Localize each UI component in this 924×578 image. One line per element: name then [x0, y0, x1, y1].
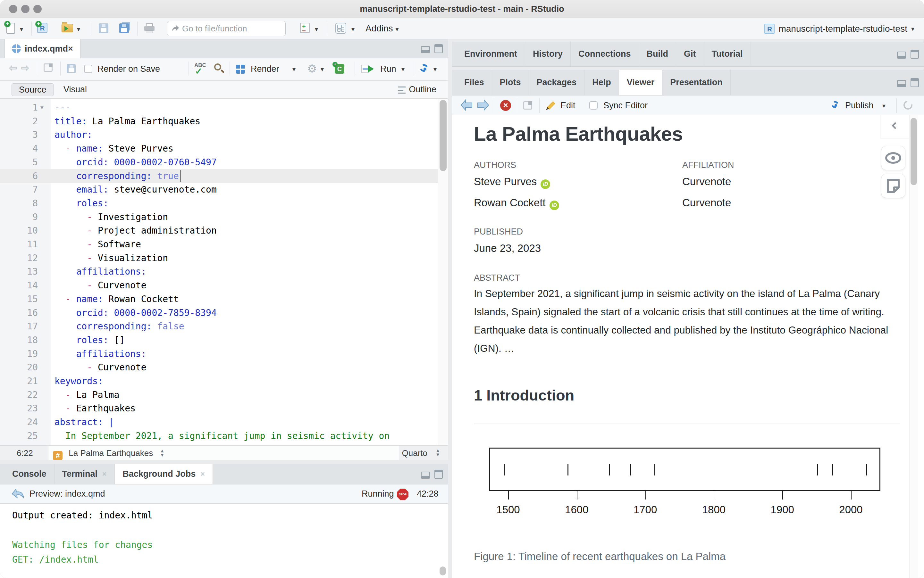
tab-console[interactable]: Console [5, 464, 55, 484]
viewer-popout-icon[interactable] [523, 101, 532, 111]
title-bar[interactable]: manuscript-template-rstudio-test - main … [0, 0, 924, 18]
tab-tutorial[interactable]: Tutorial [704, 42, 751, 66]
open-file-dropdown[interactable]: ▾ [77, 25, 80, 33]
tab-viewer[interactable]: Viewer [619, 70, 663, 95]
code-line[interactable]: 11 - Software [0, 237, 438, 251]
code-line[interactable]: 23 - Earthquakes [0, 401, 438, 415]
edit-button[interactable]: Edit [560, 101, 576, 110]
open-file-button[interactable] [62, 22, 73, 32]
minimize-pane-icon[interactable] [897, 80, 906, 87]
code-line[interactable]: 7 email: steve@curvenote.com [0, 183, 438, 196]
save-source-button[interactable] [67, 64, 76, 73]
insert-chunk-icon[interactable]: C+ [335, 64, 344, 74]
viewer-scrollbar-thumb[interactable] [911, 118, 917, 185]
tab-background-jobs[interactable]: Background Jobs× [115, 464, 213, 484]
orcid-icon[interactable]: iD [540, 179, 550, 189]
run-dropdown[interactable]: ▾ [402, 65, 405, 73]
rerun-icon[interactable] [420, 63, 430, 74]
cursor-position[interactable]: 6:22 [17, 446, 33, 460]
goto-file-input[interactable]: Go to file/function [167, 21, 286, 36]
tab-presentation[interactable]: Presentation [662, 70, 731, 95]
code-line[interactable]: 21keywords: [0, 374, 438, 388]
run-button[interactable]: Run [380, 64, 396, 74]
project-menu[interactable]: R manuscript-template-rstudio-test ▾ [765, 21, 914, 36]
code-line[interactable]: 25 In September 2021, a significant jump… [0, 429, 438, 443]
save-button[interactable] [99, 23, 108, 33]
viewer-content[interactable]: La Palma Earthquakes AUTHORS AFFILIATION… [452, 115, 924, 578]
code-line[interactable]: 5 orcid: 0000-0002-0760-5497 [0, 155, 438, 169]
forward-icon[interactable]: ⇨ [21, 62, 29, 73]
code-line[interactable]: 16 orcid: 0000-0002-7859-8394 [0, 306, 438, 320]
workspace-panes-button[interactable] [335, 23, 346, 34]
close-tab-icon[interactable]: × [102, 469, 107, 479]
tab-git[interactable]: Git [676, 42, 704, 66]
fold-arrow-icon[interactable]: ▼ [41, 101, 44, 114]
code-line[interactable]: 2title: La Palma Earthquakes [0, 114, 438, 128]
version-control-dropdown[interactable]: ▾ [315, 25, 318, 33]
new-file-dropdown[interactable]: ▾ [20, 25, 23, 33]
code-line[interactable]: 1▼--- [0, 101, 438, 114]
minimize-pane-icon[interactable] [421, 46, 430, 53]
tab-plots[interactable]: Plots [492, 70, 529, 95]
code-line[interactable]: 6 corresponding: true [0, 169, 438, 183]
code-line[interactable]: 15 - name: Rowan Cockett [0, 292, 438, 306]
workspace-panes-dropdown[interactable]: ▾ [351, 25, 355, 33]
gear-dropdown[interactable]: ▾ [320, 65, 324, 73]
minimize-pane-icon[interactable] [897, 52, 906, 58]
code-line[interactable]: 26the island of La Palma (Canary Islands… [0, 443, 438, 446]
publish-dropdown[interactable]: ▾ [882, 102, 885, 110]
publish-icon[interactable] [830, 100, 841, 112]
maximize-pane-icon[interactable] [434, 470, 443, 479]
visual-mode-button[interactable]: Visual [57, 83, 94, 96]
render-icon[interactable] [236, 65, 245, 74]
code-editor[interactable]: 1▼---2title: La Palma Earthquakes3author… [0, 99, 448, 445]
new-project-button[interactable]: R+ [37, 23, 47, 33]
render-button[interactable]: Render [251, 64, 279, 74]
editor-scrollbar[interactable] [438, 99, 448, 445]
maximize-pane-icon[interactable] [911, 78, 919, 87]
edit-pencil-icon[interactable] [546, 99, 557, 112]
code-line[interactable]: 14 - Curvenote [0, 278, 438, 292]
viewer-clear-icon[interactable]: × [500, 100, 511, 111]
console-scrollbar-thumb[interactable] [439, 567, 446, 575]
back-icon[interactable]: ⇦ [9, 62, 17, 73]
viewer-forward-icon[interactable] [477, 99, 489, 111]
publish-button[interactable]: Publish [845, 101, 874, 110]
source-mode-button[interactable]: Source [11, 83, 54, 96]
tab-help[interactable]: Help [584, 70, 619, 95]
orcid-icon[interactable]: iD [550, 201, 559, 210]
save-all-button[interactable] [119, 23, 129, 33]
outline-button[interactable]: Outline [398, 83, 436, 96]
close-tab-icon[interactable]: × [200, 469, 205, 479]
code-line[interactable]: 20 - Curvenote [0, 360, 438, 374]
code-line[interactable]: 18 roles: [] [0, 333, 438, 347]
file-format[interactable]: Quarto [402, 446, 428, 460]
code-line[interactable]: 9 - Investigation [0, 210, 438, 224]
stop-job-icon[interactable]: STOP [397, 488, 408, 500]
back-icon[interactable] [11, 488, 24, 500]
code-line[interactable]: 10 - Project administration [0, 224, 438, 237]
visibility-button[interactable] [881, 146, 905, 170]
code-line[interactable]: 12 - Visualization [0, 251, 438, 265]
render-on-save-checkbox[interactable] [84, 65, 92, 73]
gear-icon[interactable]: ⚙ [307, 64, 317, 73]
viewer-scrollbar[interactable] [909, 115, 918, 578]
pane-divider[interactable] [448, 39, 452, 578]
maximize-pane-icon[interactable] [911, 50, 919, 58]
close-tab-icon[interactable]: × [68, 44, 73, 54]
tab-connections[interactable]: Connections [571, 42, 639, 66]
editor-scrollbar-thumb[interactable] [439, 100, 447, 171]
code-line[interactable]: 8 roles: [0, 196, 438, 210]
render-dropdown[interactable]: ▾ [293, 65, 296, 73]
tab-packages[interactable]: Packages [529, 70, 585, 95]
viewer-refresh-icon[interactable] [903, 101, 913, 111]
tab-history[interactable]: History [525, 42, 571, 66]
new-file-button[interactable]: + [7, 23, 15, 34]
tab-environment[interactable]: Environment [457, 42, 525, 66]
tab-build[interactable]: Build [639, 42, 677, 66]
run-icon[interactable] [361, 64, 375, 74]
code-line[interactable]: 17 corresponding: false [0, 320, 438, 333]
addins-menu[interactable]: Addins ▾ [366, 23, 399, 34]
code-line[interactable]: 19 affiliations: [0, 347, 438, 361]
sync-editor-checkbox[interactable] [589, 101, 598, 110]
